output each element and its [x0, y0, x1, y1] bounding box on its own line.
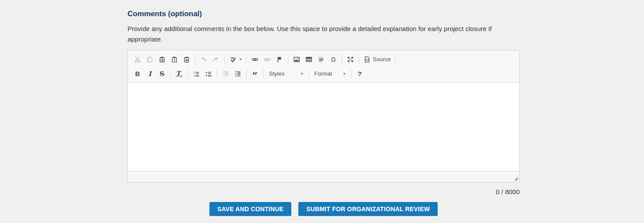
section-heading: Comments (optional): [127, 10, 520, 18]
unlink-icon: [264, 56, 271, 63]
character-counter: 0 / 8000: [127, 188, 520, 195]
remove-format-icon: Tx: [176, 70, 183, 78]
block-quote-button[interactable]: ”: [250, 69, 260, 79]
horizontal-line-button[interactable]: [316, 54, 326, 65]
link-button[interactable]: [250, 54, 260, 65]
link-icon: [251, 56, 258, 63]
anchor-flag-icon: [276, 56, 283, 63]
image-icon: [293, 56, 300, 63]
svg-text:1: 1: [194, 71, 195, 73]
editor-toolbar: T W: [128, 50, 519, 83]
paste-plain-text-icon: T: [171, 56, 178, 63]
bulleted-list-icon: [205, 70, 212, 77]
horizontal-line-icon: [318, 56, 325, 63]
toolbar-separator: [395, 55, 396, 64]
toolbar-separator: [246, 69, 247, 79]
toolbar-separator: [170, 69, 171, 79]
remove-format-button[interactable]: Tx: [174, 69, 184, 79]
styles-dropdown-label: Styles: [269, 70, 284, 77]
spell-check-icon: ABC: [229, 56, 237, 63]
source-button[interactable]: Source: [362, 54, 392, 65]
spell-check-button[interactable]: ABC: [228, 54, 243, 65]
paste-plain-text-button[interactable]: T: [169, 54, 180, 65]
redo-button: [211, 54, 221, 65]
help-button[interactable]: ?: [354, 69, 365, 79]
chevron-down-icon: [343, 73, 346, 75]
toolbar-separator: [224, 55, 225, 64]
toolbar-separator: [195, 55, 195, 64]
source-label: Source: [373, 56, 391, 63]
block-quote-icon: ”: [252, 73, 258, 78]
styles-dropdown[interactable]: Styles: [266, 69, 306, 79]
copy-icon: [146, 56, 153, 63]
cut-icon: [134, 56, 141, 63]
save-and-continue-button[interactable]: SAVE AND CONTINUE: [209, 202, 291, 216]
bold-icon: B: [135, 70, 140, 77]
unlink-button: [262, 54, 272, 65]
maximize-icon: [347, 56, 354, 63]
paste-button[interactable]: [157, 54, 167, 65]
bulleted-list-button[interactable]: [203, 69, 214, 79]
paste-from-word-icon: W: [183, 56, 190, 63]
undo-icon: [200, 56, 207, 63]
copy-button: [145, 54, 155, 65]
toolbar-separator: [246, 55, 247, 64]
cut-button: [132, 54, 143, 65]
toolbar-separator: [359, 55, 359, 64]
undo-button: [198, 54, 209, 65]
source-icon: [364, 56, 371, 63]
italic-icon: I: [148, 70, 151, 78]
strikethrough-button[interactable]: S: [157, 69, 167, 79]
editor-status-bar: [128, 171, 519, 182]
svg-text:T: T: [173, 58, 176, 62]
comments-section: Comments (optional) Provide any addition…: [127, 0, 520, 216]
rich-text-editor: T W: [127, 50, 520, 182]
format-dropdown[interactable]: Format: [311, 69, 349, 79]
toolbar-row-2: B I S Tx 1 2: [131, 66, 516, 81]
form-actions: SAVE AND CONTINUE SUBMIT FOR ORGANIZATIO…: [127, 202, 520, 216]
special-character-button[interactable]: Ω: [328, 54, 339, 65]
table-icon: [305, 56, 312, 63]
format-dropdown-label: Format: [314, 70, 332, 77]
toolbar-separator: [351, 69, 351, 79]
toolbar-row-1: T W: [131, 52, 516, 66]
section-description: Provide any additional comments in the b…: [127, 24, 520, 45]
toolbar-separator: [342, 55, 342, 64]
submit-for-organizational-review-button[interactable]: SUBMIT FOR ORGANIZATIONAL REVIEW: [298, 202, 438, 216]
numbered-list-icon: 1 2: [193, 70, 200, 77]
numbered-list-button[interactable]: 1 2: [191, 69, 202, 79]
svg-text:ABC: ABC: [230, 56, 237, 59]
bold-button[interactable]: B: [132, 69, 143, 79]
help-icon: ?: [357, 70, 361, 77]
table-button[interactable]: [304, 54, 314, 65]
editor-content-area[interactable]: [128, 83, 519, 171]
toolbar-separator: [188, 69, 188, 79]
paste-icon: [159, 56, 166, 63]
omega-icon: Ω: [331, 56, 336, 63]
resize-handle-icon[interactable]: [514, 177, 518, 181]
toolbar-separator: [308, 69, 309, 79]
spell-check-dropdown-arrow-icon: [239, 59, 242, 60]
decrease-indent-icon: [222, 70, 229, 77]
increase-indent-icon: [234, 70, 241, 77]
maximize-button[interactable]: [345, 54, 356, 65]
paste-from-word-button[interactable]: W: [181, 54, 192, 65]
svg-text:W: W: [185, 59, 188, 62]
svg-text:2: 2: [194, 74, 195, 77]
redo-icon: [212, 56, 219, 63]
strikethrough-icon: S: [160, 70, 165, 78]
toolbar-separator: [288, 55, 288, 64]
decrease-indent-button: [220, 69, 231, 79]
chevron-down-icon: [301, 73, 303, 75]
toolbar-separator: [217, 69, 217, 79]
anchor-button[interactable]: [274, 54, 285, 65]
toolbar-separator: [263, 69, 264, 79]
image-button[interactable]: [291, 54, 302, 65]
italic-button[interactable]: I: [145, 69, 155, 79]
increase-indent-button[interactable]: [233, 69, 243, 79]
